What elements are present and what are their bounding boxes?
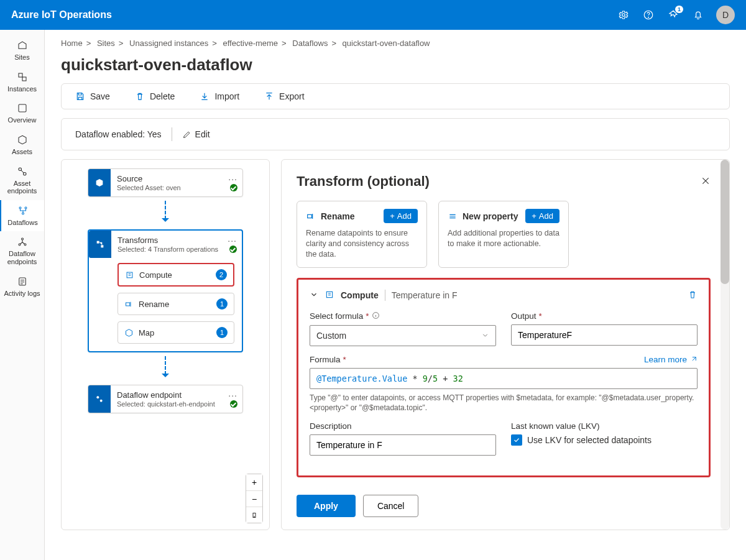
svg-rect-16 bbox=[101, 245, 103, 247]
formula-hint: Type "@" to enter datapoints, or access … bbox=[310, 393, 698, 413]
learn-more-link[interactable]: Learn more bbox=[644, 355, 698, 364]
page-title: quickstart-oven-dataflow bbox=[61, 55, 730, 75]
svg-point-2 bbox=[648, 17, 649, 17]
svg-rect-18 bbox=[126, 303, 130, 306]
apply-button[interactable]: Apply bbox=[297, 495, 356, 517]
notification-badge: 1 bbox=[675, 6, 683, 13]
add-newprop-button[interactable]: + Add bbox=[525, 209, 560, 223]
top-header: Azure IoT Operations 1 D _ bbox=[0, 0, 746, 30]
settings-icon[interactable] bbox=[617, 8, 630, 22]
cancel-button[interactable]: Cancel bbox=[363, 495, 419, 517]
nav-instances[interactable]: Instances bbox=[0, 67, 44, 98]
arrow-icon bbox=[165, 356, 166, 381]
status-ok-icon bbox=[229, 246, 237, 253]
lkv-checkbox[interactable]: Use LKV for selected datapoints bbox=[511, 434, 698, 446]
chevron-down-icon[interactable] bbox=[310, 290, 318, 301]
svg-rect-23 bbox=[308, 214, 312, 218]
panel-title: Transform (optional) bbox=[297, 173, 701, 190]
transform-panel: Transform (optional) Rename + Add Rename… bbox=[281, 159, 730, 530]
node-source[interactable]: Source Selected Asset: oven ··· bbox=[88, 168, 243, 197]
feedback-icon[interactable]: 1 bbox=[666, 8, 680, 22]
panel-footer: Apply Cancel bbox=[282, 486, 729, 530]
arrow-icon bbox=[165, 201, 166, 226]
op-rename[interactable]: Rename 1 bbox=[117, 293, 234, 315]
source-more-icon[interactable]: ··· bbox=[228, 174, 237, 184]
compute-form: Compute Temperature in F Select formula … bbox=[297, 278, 711, 477]
command-bar: Save Delete Import Export bbox=[61, 83, 730, 109]
crumb-current: quickstart-oven-dataflow bbox=[343, 39, 430, 48]
save-button[interactable]: Save bbox=[75, 91, 110, 101]
zoom-controls: + − bbox=[246, 474, 263, 523]
endpoint-more-icon[interactable]: ··· bbox=[228, 390, 237, 400]
crumb-unassigned[interactable]: Unassigned instances bbox=[129, 39, 208, 48]
op-compute[interactable]: Compute 2 bbox=[117, 263, 234, 287]
svg-rect-4 bbox=[22, 77, 26, 81]
crumb-home[interactable]: Home bbox=[61, 39, 83, 48]
close-icon[interactable] bbox=[701, 176, 711, 188]
svg-point-20 bbox=[100, 400, 103, 402]
delete-button[interactable]: Delete bbox=[135, 91, 175, 101]
info-icon[interactable] bbox=[372, 311, 380, 321]
svg-point-8 bbox=[19, 207, 21, 209]
endpoint-icon bbox=[88, 385, 111, 413]
nav-overview[interactable]: Overview bbox=[0, 98, 44, 129]
svg-rect-24 bbox=[326, 291, 332, 297]
status-ok-icon bbox=[230, 400, 237, 408]
header-icons: 1 D bbox=[617, 6, 735, 24]
node-endpoint[interactable]: Dataflow endpoint Selected: quickstart-e… bbox=[88, 385, 243, 413]
svg-rect-3 bbox=[19, 73, 22, 77]
nav-activity-logs[interactable]: Activity logs bbox=[0, 271, 44, 303]
crumb-instance[interactable]: effective-meme bbox=[223, 39, 278, 48]
svg-point-19 bbox=[96, 396, 99, 398]
edit-button[interactable]: Edit bbox=[182, 129, 210, 139]
svg-point-10 bbox=[22, 213, 24, 214]
flow-canvas[interactable]: Source Selected Asset: oven ··· Transfor… bbox=[61, 159, 270, 530]
import-button[interactable]: Import bbox=[200, 91, 239, 101]
bell-icon[interactable] bbox=[691, 8, 705, 22]
description-field[interactable] bbox=[310, 434, 496, 456]
source-icon bbox=[88, 169, 111, 196]
crumb-sites[interactable]: Sites bbox=[97, 39, 115, 48]
side-nav: Sites Instances Overview Assets Asset en… bbox=[0, 30, 45, 560]
status-ok-icon bbox=[230, 184, 237, 191]
crumb-dataflows[interactable]: Dataflows bbox=[292, 39, 328, 48]
transforms-more-icon[interactable]: ··· bbox=[228, 236, 237, 246]
main-region: Home> Sites> Unassigned instances> effec… bbox=[45, 30, 746, 560]
svg-rect-17 bbox=[127, 272, 132, 278]
formula-select[interactable]: Custom bbox=[310, 325, 496, 346]
svg-point-0 bbox=[622, 14, 625, 17]
avatar[interactable]: D bbox=[716, 6, 735, 24]
svg-rect-15 bbox=[97, 241, 99, 244]
enabled-bar: Dataflow enabled: Yes Edit bbox=[61, 118, 730, 150]
zoom-in-button[interactable]: + bbox=[246, 474, 262, 490]
header-underline: _ bbox=[707, 26, 712, 36]
nav-sites[interactable]: Sites bbox=[0, 35, 44, 67]
checkbox-checked-icon bbox=[511, 434, 522, 446]
nav-dataflows[interactable]: Dataflows bbox=[0, 200, 44, 232]
zoom-fit-button[interactable] bbox=[246, 507, 262, 523]
svg-point-11 bbox=[21, 238, 23, 240]
brand-title: Azure IoT Operations bbox=[11, 9, 617, 21]
compute-icon bbox=[325, 290, 334, 301]
svg-point-22 bbox=[254, 516, 255, 517]
divider bbox=[172, 127, 172, 141]
op-map[interactable]: Map 1 bbox=[117, 321, 234, 344]
add-rename-button[interactable]: + Add bbox=[384, 209, 418, 223]
scrollbar-thumb[interactable] bbox=[721, 160, 729, 284]
nav-dataflow-endpoints[interactable]: Dataflow endpoints bbox=[0, 231, 44, 270]
help-icon[interactable] bbox=[642, 8, 655, 22]
export-button[interactable]: Export bbox=[264, 91, 304, 101]
breadcrumb: Home> Sites> Unassigned instances> effec… bbox=[61, 39, 730, 48]
nav-asset-endpoints[interactable]: Asset endpoints bbox=[0, 161, 44, 200]
output-field[interactable] bbox=[511, 324, 698, 346]
svg-rect-5 bbox=[19, 104, 26, 112]
svg-point-9 bbox=[25, 207, 27, 209]
zoom-out-button[interactable]: − bbox=[246, 490, 262, 507]
delete-compute-icon[interactable] bbox=[688, 290, 698, 301]
formula-input[interactable]: @Temperature.Value * 9/5 + 32 bbox=[310, 368, 698, 389]
transforms-icon bbox=[89, 231, 111, 258]
tile-rename: Rename + Add Rename datapoints to ensure… bbox=[297, 201, 427, 268]
node-transforms[interactable]: Transforms Selected: 4 Transform operati… bbox=[88, 229, 243, 352]
nav-assets[interactable]: Assets bbox=[0, 129, 44, 161]
tile-newproperty: New property + Add Add additional proper… bbox=[438, 201, 569, 268]
